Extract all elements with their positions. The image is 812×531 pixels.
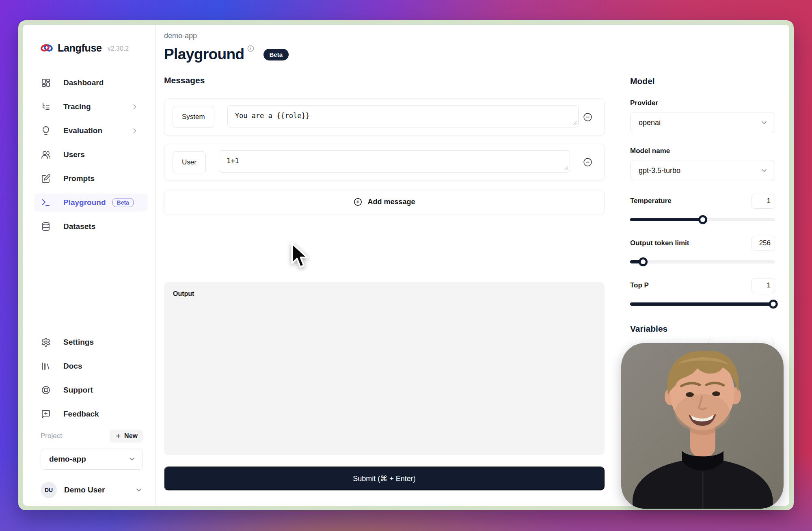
avatar: DU: [41, 482, 57, 498]
mouse-cursor: [290, 243, 310, 270]
slider-thumb[interactable]: [698, 215, 707, 224]
slider-fill: [630, 302, 775, 306]
output-token-limit-slider[interactable]: [630, 257, 775, 267]
slider-track: [630, 218, 775, 221]
users-icon: [41, 149, 51, 160]
resize-handle[interactable]: [572, 119, 577, 127]
edit-icon: [41, 173, 51, 184]
info-icon[interactable]: [247, 45, 255, 54]
output-token-limit-value[interactable]: 256: [752, 236, 775, 251]
slider-track: [630, 260, 775, 263]
slider-thumb[interactable]: [639, 257, 648, 266]
sidebar: Langfuse v2.30.2 Dashboard Traci: [23, 25, 155, 506]
message-content-input[interactable]: You are a {{role}}: [227, 105, 579, 127]
sidebar-footer: Settings Docs Support: [41, 333, 143, 500]
screen: Langfuse v2.30.2 Dashboard Traci: [0, 0, 812, 531]
sidebar-item-users[interactable]: Users: [41, 146, 143, 164]
model-heading: Model: [630, 76, 775, 88]
terminal-icon: [41, 197, 51, 208]
brand-version: v2.30.2: [108, 45, 129, 52]
output-panel: Output: [164, 282, 605, 455]
sidebar-item-label: Playground: [63, 198, 106, 207]
provider-select-value: openai: [639, 119, 661, 127]
role-selector-button[interactable]: System: [173, 106, 214, 128]
model-name-select[interactable]: gpt-3.5-turbo: [630, 160, 775, 181]
temperature-row: Temperature 1: [630, 193, 775, 209]
page-title: Playground: [164, 45, 244, 63]
sidebar-item-feedback[interactable]: Feedback: [41, 405, 143, 423]
top-p-label: Top P: [630, 281, 649, 289]
message-row-user: User 1+1: [164, 144, 605, 181]
tracing-icon: [41, 101, 51, 112]
lightbulb-icon: [41, 125, 51, 136]
sidebar-item-label: Users: [63, 150, 85, 159]
output-label: Output: [173, 290, 194, 297]
sidebar-item-datasets[interactable]: Datasets: [41, 218, 143, 235]
chevron-down-icon: [128, 455, 136, 463]
remove-message-button[interactable]: [583, 157, 593, 167]
temperature-value[interactable]: 1: [752, 194, 775, 209]
top-p-value[interactable]: 1: [752, 278, 775, 293]
main-column: demo-app Playground Beta Messages System…: [164, 25, 605, 490]
sidebar-item-docs[interactable]: Docs: [41, 357, 143, 375]
slider-fill: [630, 260, 643, 263]
chevron-down-icon: [135, 486, 143, 494]
sidebar-item-support[interactable]: Support: [41, 381, 143, 399]
slider-track: [630, 302, 775, 306]
model-name-label: Model name: [630, 147, 775, 156]
sidebar-item-label: Docs: [63, 362, 82, 371]
message-row-system: System You are a {{role}}: [164, 98, 605, 136]
output-token-limit-label: Output token limit: [630, 239, 689, 247]
chevron-right-icon: [131, 103, 139, 111]
add-message-button[interactable]: Add message: [164, 190, 605, 214]
database-icon: [41, 221, 51, 232]
beta-badge: Beta: [263, 49, 289, 60]
sidebar-item-settings[interactable]: Settings: [41, 333, 143, 351]
plus-icon: [115, 433, 121, 439]
webcam-video: [621, 343, 784, 509]
plus-circle-icon: [353, 197, 363, 207]
role-selector-button[interactable]: User: [173, 151, 206, 173]
webcam-overlay: [621, 343, 784, 509]
temperature-slider[interactable]: [630, 214, 775, 225]
dashboard-icon: [41, 78, 51, 88]
sidebar-item-playground[interactable]: Playground Beta: [34, 194, 148, 212]
top-p-row: Top P 1: [630, 278, 775, 293]
page-header: Playground Beta: [164, 45, 605, 63]
project-label: Project: [41, 432, 62, 440]
sidebar-item-label: Settings: [63, 338, 94, 347]
message-input-wrap: 1+1: [219, 150, 570, 174]
sidebar-item-label: Tracing: [63, 102, 91, 111]
submit-button[interactable]: Submit (⌘ + Enter): [164, 466, 605, 490]
remove-message-button[interactable]: [583, 112, 593, 122]
library-icon: [41, 361, 51, 371]
project-select-value: demo-app: [49, 455, 86, 464]
breadcrumb[interactable]: demo-app: [164, 32, 605, 41]
slider-thumb[interactable]: [769, 300, 778, 309]
resize-handle[interactable]: [564, 164, 568, 172]
project-select[interactable]: demo-app: [41, 449, 143, 470]
user-menu[interactable]: DU Demo User: [41, 480, 143, 500]
provider-label: Provider: [630, 99, 775, 108]
add-message-label: Add message: [367, 198, 415, 206]
sidebar-item-label: Dashboard: [63, 78, 104, 87]
new-project-button[interactable]: New: [110, 430, 143, 442]
provider-select[interactable]: openai: [630, 112, 775, 133]
sidebar-item-tracing[interactable]: Tracing: [41, 98, 143, 116]
message-input-wrap: You are a {{role}}: [227, 105, 579, 129]
sidebar-item-prompts[interactable]: Prompts: [41, 170, 143, 188]
sidebar-item-label: Evaluation: [63, 126, 102, 135]
output-token-limit-row: Output token limit 256: [630, 235, 775, 251]
top-p-slider[interactable]: [630, 299, 775, 309]
sidebar-item-evaluation[interactable]: Evaluation: [41, 122, 143, 140]
brand-name: Langfuse: [58, 42, 102, 54]
new-project-label: New: [124, 432, 138, 440]
chevron-right-icon: [131, 127, 139, 135]
chevron-down-icon: [760, 119, 768, 127]
brand: Langfuse v2.30.2: [41, 41, 143, 55]
sidebar-item-dashboard[interactable]: Dashboard: [41, 74, 143, 92]
model-panel: Model Provider openai Model name gpt-3.5…: [630, 25, 775, 354]
message-content-input[interactable]: 1+1: [219, 150, 570, 173]
sidebar-item-label: Datasets: [63, 222, 95, 231]
langfuse-logo-icon: [41, 42, 53, 54]
